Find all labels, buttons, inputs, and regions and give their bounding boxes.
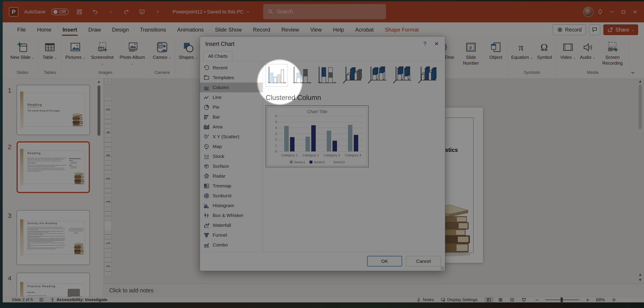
ribbon-button-audio[interactable]: Audio ⌄ [578, 37, 598, 70]
chart-category-surface[interactable]: Surface [200, 161, 263, 171]
autosave-toggle[interactable]: Off [51, 8, 69, 15]
ribbon-button-slide-number[interactable]: #Slide Number [456, 37, 486, 74]
comments-button[interactable] [589, 24, 600, 35]
menu-slide-show[interactable]: Slide Show [209, 22, 247, 37]
redo-icon[interactable] [122, 7, 131, 17]
user-avatar[interactable] [583, 7, 594, 17]
start-presentation-icon[interactable] [137, 7, 147, 17]
chart-subtype-3d-clustered-column[interactable] [341, 64, 363, 86]
chart-subtype-3d-column[interactable] [416, 64, 438, 86]
chart-category-pie[interactable]: Pie [200, 102, 263, 112]
maximize-button[interactable] [618, 7, 628, 17]
zoom-out-button[interactable]: − [535, 297, 539, 303]
chart-preview[interactable]: Chart Title0123456Category 1Category 2Ca… [266, 105, 369, 167]
chart-category-combo[interactable]: Combo [200, 240, 263, 250]
next-slide-icon[interactable]: ▼ [638, 278, 642, 283]
ok-button[interactable]: OK [367, 256, 402, 266]
zoom-in-button[interactable]: + [586, 297, 589, 303]
chart-category-recent[interactable]: Recent [200, 63, 263, 73]
menu-review[interactable]: Review [276, 22, 304, 37]
thumbnail-scrollbar[interactable]: ▲ [96, 80, 101, 296]
dialog-help-button[interactable]: ? [419, 38, 431, 50]
chart-category-histogram[interactable]: Histogram [200, 201, 263, 210]
menu-view[interactable]: View [304, 22, 327, 37]
previous-slide-icon[interactable]: ▲ [638, 272, 642, 278]
scrollbar-thumb[interactable] [639, 84, 642, 129]
dialog-header[interactable]: Insert Chart ? ✕ [200, 36, 445, 51]
powerpoint-logo-icon[interactable]: P [9, 7, 18, 16]
minimize-button[interactable] [607, 7, 617, 17]
slide-sorter-button[interactable] [496, 297, 505, 302]
chart-category-templates[interactable]: Templates [200, 73, 263, 82]
undo-dropdown-icon[interactable] [106, 7, 116, 17]
ribbon-button-screenshot[interactable]: Screenshot ⌄ [88, 37, 118, 70]
close-button[interactable] [630, 7, 640, 17]
tab-all-charts[interactable]: All Charts [204, 52, 232, 61]
scrollbar-thumb[interactable] [98, 86, 100, 136]
slideshow-button[interactable] [519, 297, 528, 302]
ideas-bulb-icon[interactable] [595, 7, 605, 17]
chart-subtype-stacked-column[interactable] [291, 64, 312, 86]
search-box[interactable] [263, 4, 386, 20]
chart-category-treemap[interactable]: Treemap [200, 181, 263, 191]
toolbar-overflow-icon[interactable] [153, 7, 162, 17]
notes-toggle[interactable]: Notes [416, 297, 434, 302]
slide-thumbnail-3[interactable]: Getting into ReadingChoose a book on som… [16, 210, 90, 265]
chart-category-waterfall[interactable]: Waterfall [200, 220, 263, 230]
slide-thumbnail-1[interactable]: ReadingThe words flying off the pages [16, 85, 90, 135]
reading-view-button[interactable] [508, 297, 517, 302]
menu-design[interactable]: Design [106, 22, 134, 37]
menu-home[interactable]: Home [32, 22, 57, 37]
chart-category-stock[interactable]: Stock [200, 152, 263, 161]
menu-acrobat[interactable]: Acrobat [350, 22, 379, 37]
ribbon-button-object[interactable]: Object [486, 37, 506, 74]
ribbon-button-video[interactable]: Video ⌄ [558, 37, 578, 70]
chart-category-bar[interactable]: Bar [200, 112, 263, 122]
fit-to-window-button[interactable] [612, 298, 616, 302]
dialog-resize-grip[interactable] [440, 266, 444, 270]
menu-insert[interactable]: Insert [57, 22, 83, 37]
ribbon-button-screen-recording[interactable]: Screen Recording [598, 37, 628, 70]
ribbon-button-pictures[interactable]: Pictures ⌄ [64, 37, 87, 70]
ribbon-button-new-slide[interactable]: New Slide ⌄ [8, 37, 36, 70]
menu-file[interactable]: File [12, 22, 32, 37]
ribbon-button-symbol[interactable]: ΩSymbol [535, 37, 554, 70]
record-button[interactable]: Record [553, 24, 586, 35]
normal-view-button[interactable] [484, 297, 494, 302]
search-input[interactable] [276, 9, 370, 15]
zoom-slider-thumb[interactable] [560, 298, 563, 302]
chart-category-map[interactable]: Map [200, 142, 263, 152]
undo-icon[interactable] [90, 7, 100, 17]
accessibility-status[interactable]: Accessibility: Investigate [50, 297, 107, 302]
chart-subtype-3d-stacked-column[interactable] [366, 64, 388, 86]
slide-thumbnail-4[interactable]: Practice ReadingPoem oh PoemRemember tha… [16, 273, 90, 297]
chart-category-funnel[interactable]: Funnel [200, 230, 263, 240]
chart-subtype-3d-100-stacked-column[interactable] [391, 64, 413, 86]
zoom-level[interactable]: 68% [596, 297, 605, 302]
menu-shape-format[interactable]: Shape Format [379, 22, 424, 37]
spell-check-button[interactable] [39, 298, 44, 302]
chart-category-x-y-scatter-[interactable]: X Y (Scatter) [200, 132, 263, 142]
slide-thumbnail-2[interactable]: ReadingEvery year there are at least two… [16, 141, 90, 193]
menu-record[interactable]: Record [247, 22, 276, 37]
ribbon-button-table[interactable]: Table ⌄ [40, 37, 60, 70]
chart-category-box-whisker[interactable]: Box & Whisker [200, 210, 263, 220]
ribbon-button-equation[interactable]: πEquation ⌄ [510, 37, 535, 70]
display-settings-button[interactable]: Display Settings [441, 297, 478, 302]
collapse-ribbon-icon[interactable] [628, 69, 638, 77]
chart-category-sunburst[interactable]: Sunburst [200, 191, 263, 201]
chart-category-area[interactable]: Area [200, 122, 263, 132]
scroll-up-icon[interactable]: ▲ [96, 80, 101, 84]
chart-category-column[interactable]: Column [200, 82, 263, 92]
chart-category-radar[interactable]: Radar [200, 171, 263, 181]
menu-help[interactable]: Help [327, 22, 350, 37]
notes-pane[interactable]: Click to add notes [103, 284, 644, 297]
chart-subtype-clustered-column[interactable] [266, 64, 288, 86]
share-button[interactable]: Share⌄ [603, 24, 638, 35]
scroll-up-icon[interactable]: ▲ [638, 79, 642, 84]
cancel-button[interactable]: Cancel [406, 256, 441, 266]
ribbon-button-shapes[interactable]: Shapes ⌄ [177, 37, 200, 74]
menu-transitions[interactable]: Transitions [134, 22, 172, 37]
chart-subtype-100-stacked-column[interactable] [316, 64, 338, 86]
ribbon-button-photo-album[interactable]: Photo Album ⌄ [118, 37, 147, 70]
